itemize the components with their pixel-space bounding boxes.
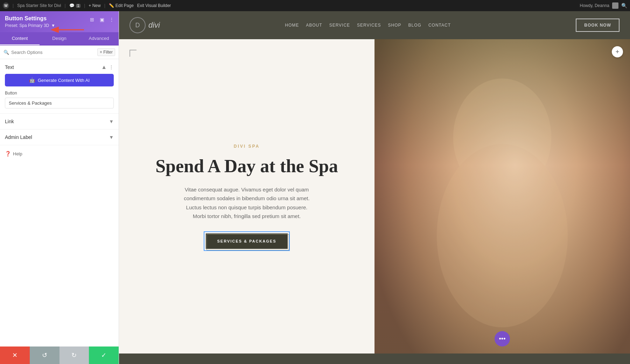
admin-label-header[interactable]: Admin Label ▼ bbox=[0, 130, 119, 145]
admin-label-collapse-icon: ▼ bbox=[109, 134, 114, 140]
help-section[interactable]: ❓ Help bbox=[0, 145, 119, 162]
comments-count: 1 bbox=[76, 4, 81, 8]
admin-separator-4: | bbox=[104, 3, 105, 8]
save-button[interactable]: ✓ bbox=[89, 346, 119, 364]
link-section-title: Link bbox=[5, 119, 14, 124]
site-menu: HOME ABOUT SERVICE SERVICES SHOP BLOG CO… bbox=[285, 23, 451, 28]
cta-wrapper: SERVICES & PACKAGES bbox=[206, 233, 287, 249]
edit-page-link[interactable]: ✏️ Edit Page bbox=[109, 3, 134, 8]
menu-item-blog[interactable]: BLOG bbox=[408, 23, 421, 28]
admin-bar-right: Howdy, Deanna 🔍 bbox=[580, 2, 628, 9]
link-section-header[interactable]: Link ▼ bbox=[0, 114, 119, 129]
tab-content[interactable]: Content bbox=[0, 32, 40, 45]
link-collapse-icon: ▼ bbox=[109, 119, 114, 124]
menu-item-shop[interactable]: SHOP bbox=[388, 23, 401, 28]
tab-design[interactable]: Design bbox=[40, 32, 79, 45]
main-layout: Button Settings Preset: Spa Primary 3D ▼… bbox=[0, 11, 630, 364]
filter-button[interactable]: + Filter bbox=[97, 48, 115, 56]
user-avatar[interactable] bbox=[612, 2, 618, 9]
tab-advanced[interactable]: Advanced bbox=[79, 32, 119, 45]
comment-icon: 💬 bbox=[69, 3, 75, 8]
section-icons: ▲ ⋮ bbox=[101, 64, 114, 70]
logo-circle: D bbox=[130, 17, 146, 33]
button-text-input[interactable] bbox=[5, 98, 114, 108]
help-label: Help bbox=[13, 151, 22, 156]
admin-separator: | bbox=[13, 3, 14, 8]
collapse-icon[interactable]: ▲ bbox=[101, 64, 107, 70]
hero-right: + ••• bbox=[374, 39, 630, 354]
tab-bar: Content Design Advanced bbox=[0, 32, 119, 46]
edit-page-label: Edit Page bbox=[115, 3, 134, 8]
preset-label: Preset: Spa Primary 3D bbox=[5, 23, 49, 28]
three-dots-icon: ••• bbox=[499, 335, 506, 343]
search-bar: 🔍 + Filter bbox=[0, 46, 119, 59]
menu-item-about[interactable]: ABOUT bbox=[306, 23, 322, 28]
help-icon: ❓ bbox=[5, 151, 11, 156]
left-panel: Button Settings Preset: Spa Primary 3D ▼… bbox=[0, 11, 119, 364]
hero-body: Vitae consequat augue. Vivamus eget dolo… bbox=[180, 185, 313, 221]
bottom-action-bar: ✕ ↺ ↻ ✓ bbox=[0, 346, 119, 364]
hero-subtitle: DIVI SPA bbox=[234, 144, 260, 149]
panel-preset[interactable]: Preset: Spa Primary 3D ▼ bbox=[5, 23, 114, 28]
svg-point-2 bbox=[437, 144, 568, 327]
close-button[interactable]: ✕ bbox=[0, 346, 30, 364]
menu-item-contact[interactable]: CONTACT bbox=[428, 23, 451, 28]
button-field-group: Button bbox=[0, 91, 119, 113]
generate-ai-button[interactable]: 🤖 Generate Content With AI bbox=[5, 74, 114, 86]
woman-photo bbox=[374, 39, 630, 354]
ai-button-label: Generate Content With AI bbox=[38, 78, 90, 83]
hero-section: DIVI SPA Spend A Day at the Spa Vitae co… bbox=[119, 39, 630, 354]
comments-link[interactable]: 💬 1 bbox=[69, 3, 81, 8]
panel-content: Text ▲ ⋮ 🤖 Generate Content With AI Butt… bbox=[0, 59, 119, 346]
plus-button[interactable]: + bbox=[612, 46, 623, 57]
admin-label-title: Admin Label bbox=[5, 134, 32, 140]
wordpress-logo[interactable]: W bbox=[3, 2, 9, 9]
search-options-input[interactable] bbox=[11, 50, 95, 55]
hero-left: DIVI SPA Spend A Day at the Spa Vitae co… bbox=[119, 39, 374, 354]
menu-item-home[interactable]: HOME bbox=[285, 23, 299, 28]
menu-item-service[interactable]: SERVICE bbox=[329, 23, 350, 28]
section-more-icon[interactable]: ⋮ bbox=[109, 64, 114, 70]
howdy-text: Howdy, Deanna bbox=[580, 3, 610, 8]
button-field-label: Button bbox=[5, 91, 114, 96]
admin-bar: W | Spa Starter Site for Divi | 💬 1 | + … bbox=[0, 0, 630, 11]
hero-cta-button[interactable]: SERVICES & PACKAGES bbox=[206, 233, 287, 249]
book-now-button[interactable]: BOOK NOW bbox=[576, 19, 620, 32]
logo-icon: D bbox=[135, 22, 140, 29]
logo-text: divi bbox=[148, 21, 160, 30]
right-content: D divi HOME ABOUT SERVICE SERVICES SHOP … bbox=[119, 11, 630, 364]
save-icon: ✓ bbox=[101, 351, 106, 359]
edit-icon: ✏️ bbox=[109, 3, 114, 8]
panel-header-icons: ⊞ ▣ ⋮ bbox=[89, 16, 115, 23]
three-dots-button[interactable]: ••• bbox=[495, 331, 510, 346]
undo-button[interactable]: ↺ bbox=[30, 346, 59, 364]
responsive-icon[interactable]: ⊞ bbox=[89, 16, 96, 23]
text-section: Text ▲ ⋮ 🤖 Generate Content With AI Butt… bbox=[0, 59, 119, 114]
admin-separator-2: | bbox=[65, 3, 66, 8]
site-logo: D divi bbox=[130, 17, 160, 33]
panel-header: Button Settings Preset: Spa Primary 3D ▼… bbox=[0, 11, 119, 32]
admin-separator-3: | bbox=[84, 3, 85, 8]
footer-strip bbox=[119, 354, 630, 364]
search-icon-panel: 🔍 bbox=[4, 50, 9, 55]
exit-builder-link[interactable]: Exit Visual Builder bbox=[137, 3, 171, 8]
link-section: Link ▼ bbox=[0, 114, 119, 130]
new-link[interactable]: + New bbox=[89, 3, 100, 8]
hero-title: Spend A Day at the Spa bbox=[155, 156, 338, 177]
edit-bracket bbox=[130, 50, 136, 57]
undo-icon: ↺ bbox=[42, 351, 47, 359]
columns-icon[interactable]: ▣ bbox=[98, 16, 105, 23]
site-nav: D divi HOME ABOUT SERVICE SERVICES SHOP … bbox=[119, 11, 630, 39]
ai-icon: 🤖 bbox=[29, 77, 35, 83]
admin-bar-left: W | Spa Starter Site for Divi | 💬 1 | + … bbox=[3, 2, 576, 9]
close-icon: ✕ bbox=[12, 351, 18, 359]
text-section-title: Text bbox=[5, 64, 14, 70]
search-icon[interactable]: 🔍 bbox=[621, 3, 627, 8]
more-icon[interactable]: ⋮ bbox=[108, 16, 115, 23]
redo-button[interactable]: ↻ bbox=[59, 346, 89, 364]
site-name-link[interactable]: Spa Starter Site for Divi bbox=[17, 3, 61, 8]
preset-dropdown-icon: ▼ bbox=[51, 23, 55, 28]
redo-icon: ↻ bbox=[71, 351, 77, 359]
menu-item-services[interactable]: SERVICES bbox=[357, 23, 381, 28]
text-section-header[interactable]: Text ▲ ⋮ bbox=[0, 59, 119, 74]
